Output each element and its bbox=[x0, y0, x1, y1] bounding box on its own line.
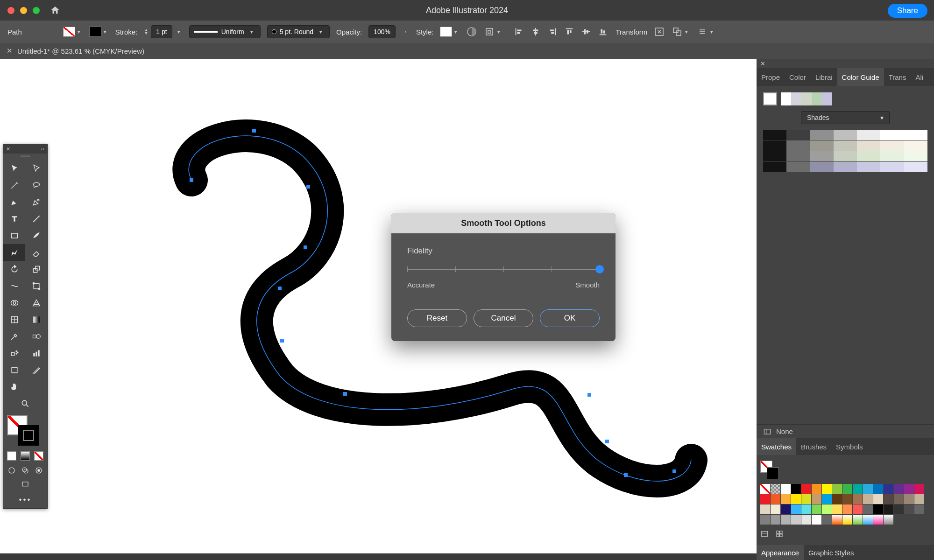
tab-swatches[interactable]: Swatches bbox=[757, 438, 796, 455]
artboard[interactable]: Smooth Tool Options Fidelity Accurate Sm… bbox=[0, 59, 757, 553]
color-mode-icon[interactable] bbox=[7, 451, 16, 461]
swatch-options-icon[interactable] bbox=[775, 530, 784, 538]
brush-definition[interactable]: 5 pt. Round▾ bbox=[267, 25, 330, 38]
gradient-mode-icon[interactable] bbox=[21, 451, 30, 461]
fill-stroke-indicator[interactable] bbox=[3, 412, 47, 448]
align-right-icon[interactable] bbox=[546, 26, 559, 38]
blend-tool-icon[interactable] bbox=[25, 328, 47, 345]
mesh-tool-icon[interactable] bbox=[3, 311, 25, 328]
tab-color-guide[interactable]: Color Guide bbox=[837, 68, 884, 86]
swatch-fill-stroke[interactable] bbox=[760, 461, 779, 479]
paintbrush-tool-icon[interactable] bbox=[25, 227, 47, 244]
eraser-tool-icon[interactable] bbox=[25, 244, 47, 261]
svg-point-62 bbox=[37, 469, 40, 472]
none-mode-icon[interactable] bbox=[34, 451, 43, 461]
stroke-weight[interactable]: ▲▼ 1 pt ▾ bbox=[144, 25, 182, 38]
panel-close-icon[interactable]: ✕ bbox=[6, 146, 10, 152]
more-options-icon[interactable]: ▾ bbox=[697, 26, 715, 37]
align-to-selection-icon[interactable]: ▾ bbox=[484, 26, 502, 37]
svg-rect-29 bbox=[280, 339, 284, 343]
tab-appearance[interactable]: Appearance bbox=[757, 545, 804, 560]
tab-brushes[interactable]: Brushes bbox=[796, 443, 831, 451]
ok-button[interactable]: OK bbox=[540, 309, 600, 327]
artboard-tool-icon[interactable] bbox=[3, 362, 25, 378]
transform-link[interactable]: Transform bbox=[616, 28, 647, 36]
align-top-icon[interactable] bbox=[563, 26, 575, 38]
reset-button[interactable]: Reset bbox=[407, 309, 467, 327]
rectangle-tool-icon[interactable] bbox=[3, 227, 25, 244]
free-transform-tool-icon[interactable] bbox=[25, 278, 47, 294]
width-tool-icon[interactable] bbox=[3, 278, 25, 294]
tools-panel[interactable]: ✕‹‹ ≡≡≡≡ bbox=[3, 144, 48, 509]
direct-selection-tool-icon[interactable] bbox=[25, 160, 47, 177]
fullscreen-window-icon[interactable] bbox=[33, 7, 40, 14]
zoom-tool-icon[interactable] bbox=[3, 395, 47, 412]
base-color-swatch[interactable] bbox=[763, 92, 777, 105]
shape-builder-icon[interactable]: ▾ bbox=[672, 26, 690, 37]
hand-tool-icon[interactable] bbox=[3, 378, 25, 395]
type-tool-icon[interactable] bbox=[3, 210, 25, 227]
selection-tool-icon[interactable] bbox=[3, 160, 25, 177]
style-label: Style: bbox=[416, 28, 434, 36]
cancel-button[interactable]: Cancel bbox=[474, 309, 533, 327]
symbol-sprayer-tool-icon[interactable] bbox=[3, 345, 25, 362]
tab-symbols[interactable]: Symbols bbox=[831, 443, 868, 451]
fidelity-slider[interactable] bbox=[407, 264, 600, 275]
artwork-path[interactable] bbox=[0, 59, 757, 553]
lasso-tool-icon[interactable] bbox=[25, 177, 47, 194]
line-tool-icon[interactable] bbox=[25, 210, 47, 227]
gradient-tool-icon[interactable] bbox=[25, 311, 47, 328]
share-button[interactable]: Share bbox=[888, 4, 927, 18]
tab-libraries[interactable]: Librai bbox=[811, 73, 837, 81]
harmony-strip[interactable] bbox=[781, 92, 832, 105]
graph-tool-icon[interactable] bbox=[25, 345, 47, 362]
home-icon[interactable] bbox=[50, 5, 60, 15]
curvature-tool-icon[interactable] bbox=[25, 194, 47, 210]
isolate-icon[interactable] bbox=[654, 26, 665, 37]
svg-rect-66 bbox=[777, 531, 779, 533]
align-left-icon[interactable] bbox=[513, 26, 525, 38]
document-tab[interactable]: Untitled-1* @ 523.61 % (CMYK/Preview) bbox=[17, 47, 144, 55]
graphic-style-swatch[interactable]: ▾ bbox=[440, 27, 460, 37]
color-guide-none-row[interactable]: None bbox=[757, 424, 934, 438]
drawing-mode-behind-icon[interactable] bbox=[21, 466, 29, 475]
panel-group-close-icon[interactable]: ✕ bbox=[760, 60, 765, 67]
edit-toolbar-icon[interactable]: ••• bbox=[3, 491, 47, 508]
variable-width-profile[interactable]: Uniform▾ bbox=[189, 25, 261, 38]
align-hcenter-icon[interactable] bbox=[530, 26, 542, 38]
fill-swatch[interactable]: ▾ bbox=[63, 27, 83, 37]
swatch-grid[interactable] bbox=[760, 484, 930, 525]
eyedropper-tool-icon[interactable] bbox=[3, 328, 25, 345]
tab-align[interactable]: Ali bbox=[911, 73, 928, 81]
stroke-swatch[interactable]: ▾ bbox=[89, 27, 109, 37]
close-window-icon[interactable] bbox=[7, 7, 14, 14]
panel-collapse-icon[interactable]: ‹‹ bbox=[41, 146, 44, 152]
tab-close-icon[interactable]: ✕ bbox=[7, 47, 13, 55]
slider-thumb[interactable] bbox=[595, 265, 604, 273]
fidelity-label: Fidelity bbox=[407, 246, 600, 256]
tab-transform[interactable]: Trans bbox=[884, 73, 911, 81]
screen-mode-icon[interactable] bbox=[21, 480, 29, 489]
magic-wand-tool-icon[interactable] bbox=[3, 177, 25, 194]
minimize-window-icon[interactable] bbox=[20, 7, 27, 14]
opacity-value[interactable]: 100% bbox=[368, 25, 396, 38]
shape-builder-tool-icon[interactable] bbox=[3, 294, 25, 311]
svg-rect-17 bbox=[587, 30, 588, 33]
align-vcenter-icon[interactable] bbox=[580, 26, 592, 38]
drawing-mode-normal-icon[interactable] bbox=[7, 466, 16, 475]
smooth-tool-icon[interactable] bbox=[3, 244, 25, 261]
perspective-tool-icon[interactable] bbox=[25, 294, 47, 311]
opacity-arrow-icon[interactable]: › bbox=[402, 27, 410, 37]
swatch-libraries-icon[interactable] bbox=[760, 530, 769, 538]
tab-graphic-styles[interactable]: Graphic Styles bbox=[804, 549, 859, 557]
align-bottom-icon[interactable] bbox=[597, 26, 609, 38]
shades-select[interactable]: Shades▾ bbox=[801, 111, 890, 124]
slice-tool-icon[interactable] bbox=[25, 362, 47, 378]
tab-color[interactable]: Color bbox=[785, 73, 811, 81]
recolor-artwork-icon[interactable] bbox=[466, 26, 477, 37]
pen-tool-icon[interactable] bbox=[3, 194, 25, 210]
rotate-tool-icon[interactable] bbox=[3, 261, 25, 278]
scale-tool-icon[interactable] bbox=[25, 261, 47, 278]
tab-properties[interactable]: Prope bbox=[757, 73, 785, 81]
drawing-mode-inside-icon[interactable] bbox=[35, 466, 43, 475]
